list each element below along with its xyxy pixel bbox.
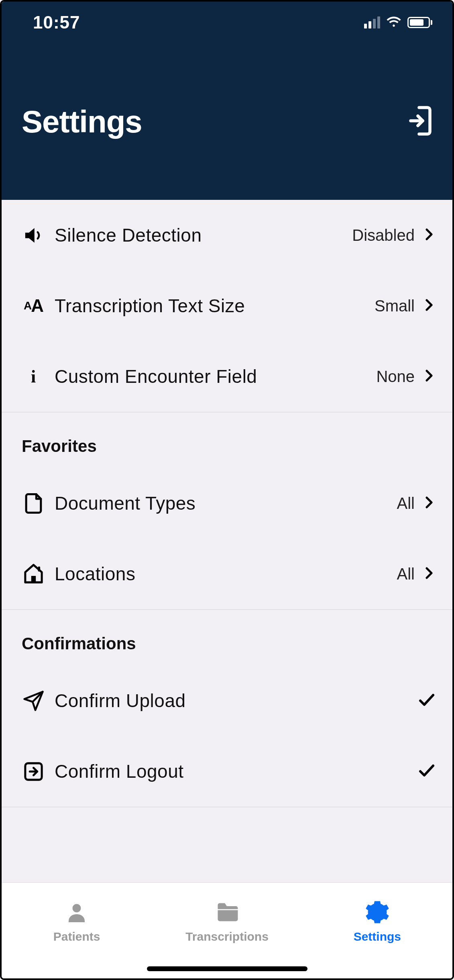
bottom-gap [2, 807, 452, 835]
person-icon [62, 900, 91, 926]
header: Settings [2, 43, 452, 200]
svg-rect-0 [31, 576, 35, 582]
row-value: All [397, 565, 415, 583]
row-label: Custom Encounter Field [55, 366, 376, 387]
tab-label: Patients [53, 930, 100, 943]
volume-icon [19, 224, 47, 246]
text-size-icon: AA [19, 296, 47, 316]
row-label: Transcription Text Size [55, 295, 375, 317]
check-icon [417, 761, 436, 782]
tab-bar: Patients Transcriptions Settings [2, 882, 452, 978]
folder-icon [212, 900, 241, 926]
row-label: Document Types [55, 492, 397, 514]
tab-label: Settings [354, 930, 401, 943]
status-bar: 10:57 [2, 2, 452, 43]
row-value: All [397, 494, 415, 512]
cellular-signal-icon [364, 16, 380, 28]
chevron-right-icon [422, 494, 436, 512]
row-label: Confirm Upload [55, 690, 417, 712]
row-value: None [376, 368, 415, 386]
section-header-confirmations: Confirmations [2, 610, 452, 665]
chevron-right-icon [422, 226, 436, 244]
chevron-right-icon [422, 565, 436, 583]
check-icon [417, 690, 436, 711]
battery-icon [407, 17, 432, 28]
row-label: Locations [55, 563, 397, 585]
row-silence-detection[interactable]: Silence Detection Disabled [2, 200, 452, 270]
gear-icon [363, 900, 392, 926]
svg-point-2 [73, 904, 81, 913]
tab-transcriptions[interactable]: Transcriptions [152, 883, 302, 978]
tab-patients[interactable]: Patients [2, 883, 152, 978]
home-indicator [147, 966, 307, 971]
home-icon [19, 563, 47, 585]
logout-icon[interactable] [408, 105, 432, 138]
tab-settings[interactable]: Settings [302, 883, 452, 978]
exit-icon [19, 760, 47, 783]
page-title: Settings [22, 104, 142, 140]
settings-list: Silence Detection Disabled AA Transcript… [2, 200, 452, 835]
chevron-right-icon [422, 297, 436, 315]
document-icon [19, 492, 47, 514]
row-label: Silence Detection [55, 224, 352, 246]
row-value: Disabled [352, 226, 415, 244]
row-confirm-logout[interactable]: Confirm Logout [2, 736, 452, 807]
row-locations[interactable]: Locations All [2, 539, 452, 609]
status-time: 10:57 [33, 12, 80, 33]
row-custom-field[interactable]: i Custom Encounter Field None [2, 341, 452, 412]
row-label: Confirm Logout [55, 760, 417, 782]
row-value: Small [375, 297, 415, 315]
row-confirm-upload[interactable]: Confirm Upload [2, 665, 452, 736]
send-icon [19, 690, 47, 712]
info-icon: i [19, 366, 47, 387]
row-text-size[interactable]: AA Transcription Text Size Small [2, 270, 452, 341]
section-header-favorites: Favorites [2, 413, 452, 468]
row-document-types[interactable]: Document Types All [2, 468, 452, 539]
chevron-right-icon [422, 367, 436, 386]
wifi-icon [386, 14, 402, 30]
tab-label: Transcriptions [185, 930, 269, 943]
